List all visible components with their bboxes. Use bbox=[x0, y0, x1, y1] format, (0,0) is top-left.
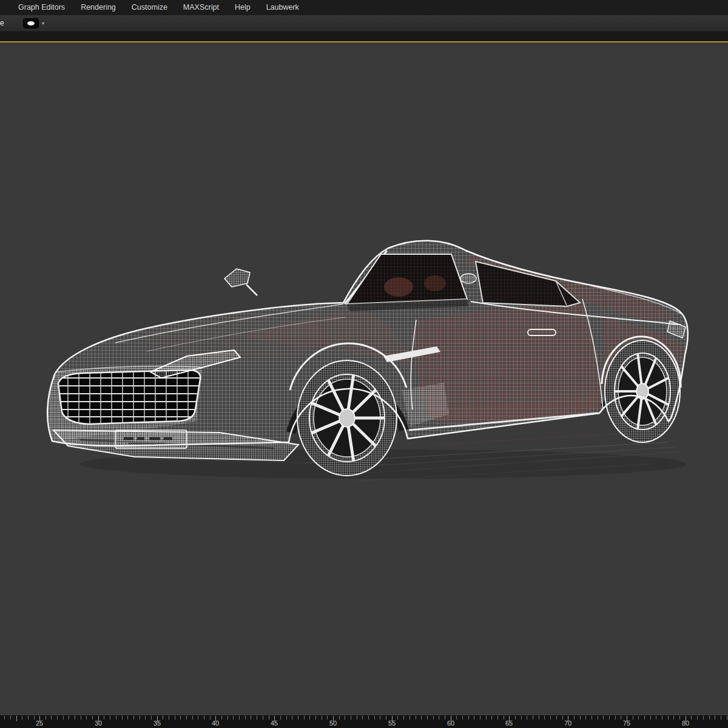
menu-graph-editors[interactable]: Graph Editors bbox=[10, 0, 73, 15]
menu-bar: Graph Editors Rendering Customize MAXScr… bbox=[0, 0, 728, 15]
frame-label: 60 bbox=[447, 720, 454, 727]
frame-label: 25 bbox=[36, 720, 43, 727]
frame-label: 80 bbox=[682, 720, 689, 727]
selection-set-dropdown[interactable]: ▾ bbox=[23, 18, 44, 29]
perspective-viewport[interactable] bbox=[0, 42, 728, 715]
menu-laubwerk[interactable]: Laubwerk bbox=[258, 0, 307, 15]
frame-label: 65 bbox=[505, 720, 513, 727]
front-grille bbox=[56, 369, 203, 426]
right-mirror bbox=[460, 274, 476, 283]
wireframe-car-model bbox=[44, 226, 696, 490]
main-toolbar: e ▾ bbox=[0, 15, 728, 32]
track-bar[interactable]: 25 30 35 40 45 50 55 60 65 70 75 80 bbox=[0, 715, 728, 728]
toolbar-clipped-label: e bbox=[0, 19, 4, 27]
menu-help[interactable]: Help bbox=[227, 0, 258, 15]
frame-label: 50 bbox=[329, 720, 337, 727]
chevron-down-icon: ▾ bbox=[42, 19, 44, 28]
3d-app-window: Graph Editors Rendering Customize MAXScr… bbox=[0, 0, 728, 728]
frame-label: 35 bbox=[153, 720, 161, 727]
rear-wheel bbox=[605, 340, 680, 442]
menu-customize[interactable]: Customize bbox=[124, 0, 175, 15]
frame-label: 55 bbox=[388, 720, 396, 727]
swatch-dot-icon bbox=[27, 21, 35, 25]
frame-label: 40 bbox=[212, 720, 219, 727]
menu-rendering[interactable]: Rendering bbox=[73, 0, 124, 15]
timeline-major-ticks bbox=[0, 716, 728, 721]
windshield bbox=[347, 254, 468, 311]
menu-maxscript[interactable]: MAXScript bbox=[175, 0, 227, 15]
front-wheel bbox=[297, 360, 397, 476]
frame-label: 45 bbox=[271, 720, 278, 727]
left-mirror bbox=[224, 269, 257, 295]
frame-label: 30 bbox=[95, 720, 102, 727]
frame-label: 75 bbox=[623, 720, 630, 727]
selection-set-icon bbox=[23, 18, 39, 29]
toolbar-lower-strip bbox=[0, 32, 728, 41]
frame-label: 70 bbox=[564, 720, 571, 727]
